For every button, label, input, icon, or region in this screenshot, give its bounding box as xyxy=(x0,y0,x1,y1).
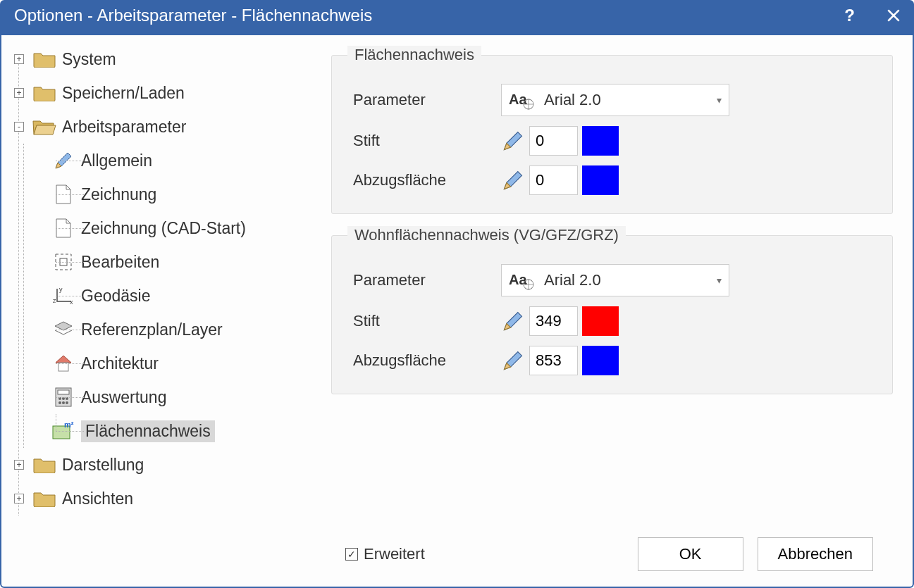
folder-icon xyxy=(32,82,56,104)
checkmark-icon: ✓ xyxy=(345,548,358,561)
titlebar-controls: ? xyxy=(844,6,900,25)
stift-label: Stift xyxy=(353,132,501,150)
svg-point-13 xyxy=(66,401,68,404)
parameter-select[interactable]: Aa Arial 2.0 ▾ xyxy=(501,84,729,116)
folder-icon xyxy=(32,454,56,475)
tree-item-architektur[interactable]: Architektur xyxy=(51,346,317,380)
tree-label: Ansichten xyxy=(62,489,133,508)
font-aa-icon: Aa xyxy=(509,90,534,110)
parameter-value: Arial 2.0 xyxy=(544,271,707,289)
svg-text:z: z xyxy=(53,297,56,304)
chevron-down-icon: ▾ xyxy=(717,94,722,106)
parameter-label: Parameter xyxy=(353,91,501,109)
tree-label: Bearbeiten xyxy=(81,253,159,272)
parameter-label: Parameter xyxy=(353,271,501,289)
parameter-value: Arial 2.0 xyxy=(544,91,707,109)
options-dialog: Optionen - Arbeitsparameter - Flächennac… xyxy=(0,0,914,588)
tree-item-bearbeiten[interactable]: Bearbeiten xyxy=(51,245,317,279)
svg-point-11 xyxy=(58,401,61,404)
svg-point-12 xyxy=(62,401,65,404)
folder-icon xyxy=(32,488,56,509)
tree-item-allgemein[interactable]: Allgemein xyxy=(51,144,317,177)
tree-label: Zeichnung (CAD-Start) xyxy=(81,219,246,238)
pencil-icon[interactable] xyxy=(501,168,525,192)
tree-label: Speichern/Laden xyxy=(62,84,185,103)
tree-item-flaechennachweis[interactable]: m² Flächennachweis xyxy=(51,414,317,448)
content-panel: Flächennachweis Parameter Aa Arial 2.0 ▾… xyxy=(317,35,913,587)
folder-open-icon xyxy=(32,116,56,137)
tree-item-system[interactable]: + System xyxy=(14,42,317,76)
tree-label: Zeichnung xyxy=(81,185,156,204)
abzugsflaeche-color-swatch[interactable] xyxy=(582,165,619,195)
stift-color-swatch[interactable] xyxy=(582,306,619,336)
pencil-icon[interactable] xyxy=(501,129,525,153)
abzugsflaeche-input[interactable] xyxy=(529,165,578,195)
dialog-footer: ✓ Erweitert OK Abbrechen xyxy=(331,526,893,587)
parameter-select[interactable]: Aa Arial 2.0 ▾ xyxy=(501,264,729,296)
tree-label: Flächennachweis xyxy=(81,420,215,442)
chevron-down-icon: ▾ xyxy=(717,275,722,286)
stift-color-swatch[interactable] xyxy=(582,126,619,156)
stift-input[interactable] xyxy=(529,126,578,156)
svg-text:y: y xyxy=(59,286,63,293)
stift-input[interactable] xyxy=(529,306,578,336)
pencil-icon[interactable] xyxy=(501,349,525,373)
tree-label: Geodäsie xyxy=(81,287,150,306)
dialog-title: Optionen - Arbeitsparameter - Flächennac… xyxy=(14,6,372,25)
ok-button[interactable]: OK xyxy=(638,537,743,571)
tree-label: Allgemein xyxy=(81,151,152,170)
tree-label: Arbeitsparameter xyxy=(62,118,186,137)
expand-icon[interactable]: + xyxy=(14,54,24,64)
tree-item-speichern-laden[interactable]: + Speichern/Laden xyxy=(14,76,317,110)
stift-label: Stift xyxy=(353,312,501,330)
svg-rect-7 xyxy=(58,390,69,394)
tree-item-referenzplan-layer[interactable]: Referenzplan/Layer xyxy=(51,313,317,346)
tree-label: Referenzplan/Layer xyxy=(81,320,223,339)
tree-item-darstellung[interactable]: + Darstellung xyxy=(14,448,317,482)
tree-item-arbeitsparameter[interactable]: - Arbeitsparameter xyxy=(14,110,317,144)
group-legend: Wohnflächennachweis (VG/GFZ/GRZ) xyxy=(347,226,626,244)
folder-icon xyxy=(32,49,56,70)
tree-item-zeichnung-cad-start[interactable]: Zeichnung (CAD-Start) xyxy=(51,211,317,245)
tree-item-geodaesie[interactable]: yxz Geodäsie xyxy=(51,279,317,313)
expand-icon[interactable]: + xyxy=(14,494,24,503)
extended-checkbox[interactable]: ✓ Erweitert xyxy=(345,545,425,563)
svg-text:m²: m² xyxy=(64,420,74,429)
expand-icon[interactable]: + xyxy=(14,460,24,470)
abzugsflaeche-label: Abzugsfläche xyxy=(353,351,501,370)
svg-text:x: x xyxy=(70,299,73,306)
help-icon[interactable]: ? xyxy=(844,6,855,25)
group-flaechennachweis: Flächennachweis Parameter Aa Arial 2.0 ▾… xyxy=(331,55,893,214)
group-legend: Flächennachweis xyxy=(347,46,481,64)
tree-label: System xyxy=(62,50,116,69)
tree-item-auswertung[interactable]: Auswertung xyxy=(51,380,317,414)
font-aa-icon: Aa xyxy=(509,270,534,290)
tree-panel: + System + xyxy=(1,35,317,587)
expand-icon[interactable]: + xyxy=(14,88,24,98)
tree-label: Auswertung xyxy=(81,388,166,407)
pencil-icon[interactable] xyxy=(501,309,525,333)
cancel-button[interactable]: Abbrechen xyxy=(758,537,873,571)
abzugsflaeche-label: Abzugsfläche xyxy=(353,171,501,189)
tree-item-ansichten[interactable]: + Ansichten xyxy=(14,482,317,515)
abzugsflaeche-input[interactable] xyxy=(529,346,578,375)
collapse-icon[interactable]: - xyxy=(14,122,24,132)
tree-label: Architektur xyxy=(81,354,159,373)
options-tree: + System + xyxy=(14,42,317,515)
close-icon[interactable] xyxy=(887,9,900,22)
svg-text:Aa: Aa xyxy=(509,272,527,287)
tree-item-zeichnung[interactable]: Zeichnung xyxy=(51,177,317,211)
extended-label: Erweitert xyxy=(364,545,425,563)
svg-text:Aa: Aa xyxy=(509,92,527,107)
titlebar: Optionen - Arbeitsparameter - Flächennac… xyxy=(1,1,913,35)
group-wohnflaechennachweis: Wohnflächennachweis (VG/GFZ/GRZ) Paramet… xyxy=(331,235,893,394)
tree-label: Darstellung xyxy=(62,456,144,475)
abzugsflaeche-color-swatch[interactable] xyxy=(582,346,619,375)
